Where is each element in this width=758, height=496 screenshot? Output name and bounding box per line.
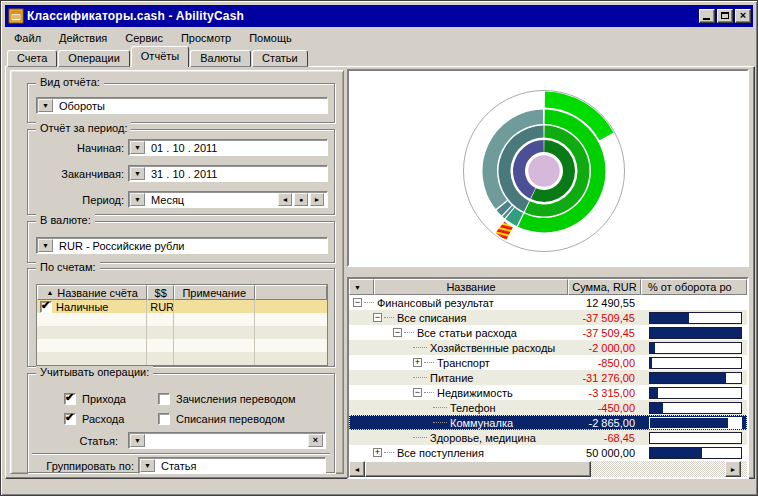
results-col-percent[interactable]: % от оборота ро (641, 279, 747, 295)
maximize-button[interactable] (717, 9, 733, 23)
results-row[interactable]: Телефон-450,00 (349, 400, 747, 415)
account-empty-row[interactable] (37, 352, 327, 365)
results-row[interactable]: +Все поступления50 000,00 (349, 445, 747, 460)
dropdown-arrow-icon[interactable]: ▼ (130, 167, 145, 180)
separator (32, 453, 330, 455)
amount-cell: -37 509,45 (568, 327, 641, 339)
checkbox-2[interactable]: ✔Расхода (64, 412, 124, 425)
period-current-button[interactable]: ● (294, 193, 308, 206)
dropdown-arrow-icon[interactable]: ▼ (38, 99, 53, 112)
close-button[interactable]: × (735, 9, 751, 23)
amount-cell: -3 315,00 (568, 387, 641, 399)
tab-accounts[interactable]: Счета (7, 50, 57, 67)
account-empty-row[interactable] (37, 326, 327, 339)
period-end-value: 31 . 10 . 2011 (146, 168, 327, 180)
results-filter-cell[interactable]: ▼ (349, 279, 374, 295)
period-end-label: Заканчивая: (36, 168, 124, 180)
group-by-combo[interactable]: ▼ Статья (138, 457, 326, 474)
titlebar[interactable]: Классификаторы.cash - AbilityCash × (5, 5, 753, 27)
account-checkbox[interactable]: ✔ (40, 301, 52, 313)
tab-reports[interactable]: Отчёты (131, 46, 189, 67)
checkbox-3[interactable]: Зачисления переводом (158, 392, 296, 405)
minimize-button[interactable] (699, 9, 715, 23)
expand-icon[interactable]: + (413, 358, 422, 367)
checkbox-4[interactable]: Списания переводом (158, 412, 285, 425)
dropdown-arrow-icon[interactable]: ▼ (38, 239, 53, 252)
turnover-sunburst-chart-panel (347, 69, 749, 267)
report-settings-panel: Вид отчёта: ▼ Обороты Отчёт за период: Н… (10, 70, 344, 474)
account-empty-row[interactable] (37, 313, 327, 326)
accounts-col-note[interactable]: Примечание (174, 285, 254, 300)
period-next-button[interactable]: ► (310, 193, 324, 206)
collapse-icon[interactable]: − (413, 388, 422, 397)
period-step-combo[interactable]: ▼ Месяц ◄ ● ► (128, 191, 328, 208)
report-type-combo[interactable]: ▼ Обороты (36, 97, 328, 114)
report-period-group-label: Отчёт за период: (36, 122, 131, 134)
scroll-right-button[interactable]: ► (725, 461, 741, 477)
chart-center-Финансовый результат[interactable] (528, 155, 561, 188)
results-row[interactable]: −Финансовый результат12 490,55 (349, 295, 747, 310)
account-empty-row[interactable] (37, 339, 327, 352)
checkbox-box[interactable]: ✔ (64, 413, 76, 425)
checkbox-box[interactable] (158, 413, 170, 425)
menu-service[interactable]: Сервис (116, 30, 172, 46)
accounts-col-name[interactable]: ▲ Название счёта (37, 285, 147, 300)
scrollbar-thumb[interactable] (365, 461, 591, 477)
dropdown-arrow-icon[interactable]: ▼ (130, 434, 145, 447)
results-row[interactable]: −Все списания-37 509,45 (349, 310, 747, 325)
account-extra (255, 300, 328, 313)
tab-operations[interactable]: Операции (58, 50, 129, 67)
clear-article-button[interactable]: × (308, 434, 323, 447)
collapse-icon[interactable]: − (373, 313, 382, 322)
report-period-group: Отчёт за период: Начиная: ▼ 01 . 10 . 20… (27, 129, 335, 215)
row-label: Хозяйственные расходы (430, 342, 555, 354)
check-icon: ✔ (41, 300, 50, 312)
menu-file[interactable]: Файл (5, 30, 50, 46)
tree-cell: −Все статьи расхода (349, 325, 568, 340)
checkbox-label: Расхода (82, 413, 124, 425)
dropdown-arrow-icon[interactable]: ▼ (130, 193, 145, 206)
tab-articles[interactable]: Статьи (252, 50, 308, 67)
menu-actions[interactable]: Действия (50, 30, 116, 46)
percent-cell (641, 342, 747, 354)
tree-cell: +Транспорт (349, 355, 568, 370)
scroll-left-button[interactable]: ◄ (349, 461, 365, 477)
dropdown-arrow-icon[interactable]: ▼ (140, 459, 155, 472)
period-start-label: Начиная: (36, 142, 124, 154)
menu-view[interactable]: Просмотр (172, 30, 240, 46)
tab-currencies[interactable]: Валюты (190, 50, 251, 67)
percent-bar (649, 432, 742, 444)
results-row[interactable]: +Транспорт-850,00 (349, 355, 747, 370)
accounts-col-extra[interactable] (255, 285, 328, 300)
article-combo[interactable]: ▼ × (128, 432, 326, 449)
turnover-sunburst-chart[interactable] (349, 71, 747, 265)
results-row[interactable]: Здоровье, медицина-68,45 (349, 430, 747, 445)
accounts-col-currency[interactable]: $$ (147, 285, 174, 300)
period-start-combo[interactable]: ▼ 01 . 10 . 2011 (128, 139, 328, 156)
results-row[interactable]: Хозяйственные расходы-2 000,00 (349, 340, 747, 355)
horizontal-scrollbar[interactable]: ◄ ► (349, 461, 747, 477)
results-col-name[interactable]: Название (374, 279, 568, 295)
checkbox-1[interactable]: ✔Прихода (64, 392, 126, 405)
collapse-icon[interactable]: − (353, 298, 362, 307)
percent-bar (649, 357, 742, 369)
results-col-amount[interactable]: Сумма, RUR (568, 279, 641, 295)
period-prev-button[interactable]: ◄ (278, 193, 292, 206)
tree-cell: −Финансовый результат (349, 295, 568, 310)
period-step-value: Месяц (146, 194, 278, 206)
results-row[interactable]: Питание-31 276,00 (349, 370, 747, 385)
account-row[interactable]: ✔НаличныеRUR (37, 300, 327, 313)
collapse-icon[interactable]: − (393, 328, 402, 337)
checkbox-box[interactable]: ✔ (64, 393, 76, 405)
currency-combo[interactable]: ▼ RUR - Российские рубли (36, 237, 328, 254)
results-row[interactable]: Коммуналка-2 865,00 (349, 415, 747, 430)
dropdown-arrow-icon[interactable]: ▼ (130, 141, 145, 154)
checkbox-box[interactable] (158, 393, 170, 405)
menu-help[interactable]: Помощь (240, 30, 301, 46)
period-end-combo[interactable]: ▼ 31 . 10 . 2011 (128, 165, 328, 182)
maximize-icon (721, 12, 729, 19)
currency-group-label: В валюте: (36, 214, 95, 226)
results-row[interactable]: −Недвижимость-3 315,00 (349, 385, 747, 400)
expand-icon[interactable]: + (373, 448, 382, 457)
results-row[interactable]: −Все статьи расхода-37 509,45 (349, 325, 747, 340)
